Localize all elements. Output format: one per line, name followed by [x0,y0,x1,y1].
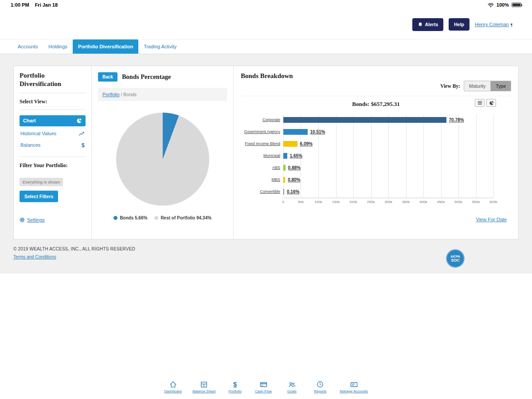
tab-portfolio-diversification[interactable]: Portfolio Diversification [73,39,138,54]
legend-item-bonds[interactable]: Bonds 5.66% [113,215,147,220]
x-axis-tick: 300k [384,200,392,204]
bar-category-label[interactable]: Corporate [241,114,283,126]
tab-holdings[interactable]: Holdings [43,39,73,54]
filter-portfolio-label: Filter Your Portfolio: [20,156,86,173]
dollar-icon: $ [233,381,237,388]
bar-category-label[interactable]: Government Agency [241,126,283,138]
breadcrumb-portfolio-link[interactable]: Portfolio [102,92,120,97]
status-date: Fri Jan 18 [35,2,58,8]
legend-list-button[interactable] [475,99,485,107]
bonds-breakdown-heading: Bonds Breakdown [241,72,511,80]
tabbar-item-goals[interactable]: Goals [283,381,301,393]
bar-category-label[interactable]: Municipal [241,150,283,162]
sidebar-item-chart[interactable]: Chart [20,115,86,126]
x-axis-tick: 550k [472,200,480,204]
bar-value-link[interactable]: 1.65% [290,153,302,158]
legend-item-rest[interactable]: Rest of Portfolio 94.34% [154,215,211,220]
balance-sheet-icon [200,381,207,388]
bar[interactable] [283,129,308,135]
tabbar-item-cash-flow[interactable]: Cash Flow [254,381,272,393]
bar-row: 0.16% [283,186,493,198]
bar-row: 1.65% [283,150,493,162]
bar-value-link[interactable]: 0.80% [288,177,300,182]
x-axis-tick: 200k [349,200,357,204]
user-menu[interactable]: Henry Coleman ▾ [475,22,512,27]
bonds-bar-chart: CorporateGovernment AgencyFixed Income B… [241,114,511,198]
bar-row: 0.88% [283,162,493,174]
list-icon [477,101,482,105]
bar-category-label[interactable]: Fixed Income Blend [241,138,283,150]
chart-view-label: Chart [23,118,36,123]
bonds-percentage-panel: Back Bonds Percentage Portfolio / Bonds … [92,66,234,239]
empty-space [0,274,532,377]
bar-row: 0.80% [283,174,493,186]
bar[interactable] [283,189,284,195]
sidebar-item-balances[interactable]: Balances $ [20,141,86,149]
breadcrumb-current: Bonds [123,92,137,97]
bar-value-link[interactable]: 0.16% [287,189,299,194]
tabbar-item-reports[interactable]: Reports [311,381,329,393]
tabbar-label: Balance Sheet [192,389,215,393]
bar-value-link[interactable]: 10.51% [310,129,325,134]
sidebar-title: Portfolio Diversification [20,71,86,93]
bar-category-label[interactable]: Convertible [241,186,283,198]
bar[interactable] [283,165,286,171]
bar[interactable] [283,153,287,159]
x-axis-tick: 350k [402,200,410,204]
view-by-type-button[interactable]: Type [490,81,511,91]
tabbar-item-portfolio[interactable]: $ Portfolio [226,381,244,393]
bar[interactable] [283,177,285,183]
view-by-maturity-button[interactable]: Maturity [464,81,490,91]
line-chart-icon [78,131,85,137]
app-header: Alerts Help Henry Coleman ▾ [0,10,532,39]
tab-accounts[interactable]: Accounts [12,39,43,54]
battery-icon [512,3,521,7]
tabbar-item-dashboard[interactable]: Dashboard [164,381,182,393]
bonds-percentage-heading: Bonds Percentage [122,73,171,81]
bar[interactable] [283,141,297,147]
tabbar-label: Cash Flow [255,389,272,393]
gridline [493,114,494,198]
settings-row[interactable]: Settings [20,217,86,223]
sidebar-item-historical-values[interactable]: Historical Values [20,130,86,137]
view-for-date-link[interactable]: View For Date [476,217,507,222]
view-by-label: View By: [440,83,460,89]
tab-trading-activity[interactable]: Trading Activity [138,39,182,54]
pie-chart-icon [489,101,494,106]
settings-link[interactable]: Settings [27,217,45,223]
main-nav: Accounts Holdings Portfolio Diversificat… [0,39,532,54]
bar-value-link[interactable]: 6.09% [300,141,313,146]
bar-category-label[interactable]: ABS [241,162,283,174]
wifi-icon [488,3,494,8]
bottom-tab-bar: Dashboard Balance Sheet $ Portfolio Cash… [0,377,532,399]
bar[interactable] [283,117,446,123]
help-label: Help [454,22,464,27]
tabbar-item-balance-sheet[interactable]: Balance Sheet [192,381,215,393]
aicpa-soc-badge[interactable]: AICPA SOC [446,249,465,268]
tabbar-label: Goals [287,389,297,393]
help-button[interactable]: Help [449,18,469,31]
bar-category-label[interactable]: MBS [241,174,283,186]
battery-percent: 100% [497,2,509,8]
select-filters-button[interactable]: Select Filters [20,191,58,202]
alerts-button[interactable]: Alerts [412,18,444,31]
breadcrumb: Portfolio / Bonds [98,88,227,101]
bar-chart-box: Bonds: $657,295.31 [241,96,511,206]
tabbar-item-manage-accounts[interactable]: Manage Accounts [340,381,368,393]
status-right: 100% [488,2,521,8]
tabbar-label: Manage Accounts [340,389,368,393]
bar-value-link[interactable]: 70.78% [449,117,464,122]
goals-icon [288,381,296,388]
bar-plot: 70.78%10.51%6.09%1.65%0.88%0.80%0.16% [283,114,493,198]
terms-and-conditions-link[interactable]: Terms and Conditions [13,254,56,259]
back-button[interactable]: Back [98,72,117,82]
badge-line1: AICPA [450,255,460,258]
cash-flow-icon [260,381,267,388]
user-name: Henry Coleman [475,22,509,27]
pie-chart[interactable] [116,113,209,206]
bar-value-link[interactable]: 0.88% [288,165,301,170]
manage-accounts-icon [350,381,358,388]
historical-values-label: Historical Values [20,131,56,136]
bar-category-labels: CorporateGovernment AgencyFixed Income B… [241,114,283,198]
pie-view-button[interactable] [486,99,496,107]
